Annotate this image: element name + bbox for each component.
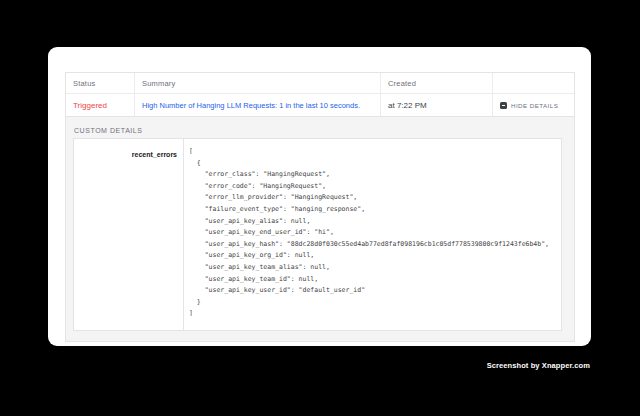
column-header-created: Created [381,73,493,93]
hide-details-button[interactable]: HIDE DETAILS [500,102,558,109]
expanded-details-panel: CUSTOM DETAILS recent_errors [ { "error_… [66,117,574,341]
created-timestamp: at 7:22 PM [388,101,427,110]
recent-errors-json: [ { "error_class": "HangingRequest", "er… [189,146,561,320]
column-header-summary: Summary [135,73,381,93]
summary-cell: High Number of Hanging LLM Requests: 1 i… [135,94,381,116]
status-badge: Triggered [73,101,107,110]
table-header-row: Status Summary Created [66,73,574,94]
custom-details-box: recent_errors [ { "error_class": "Hangin… [73,138,562,331]
status-cell: Triggered [66,94,135,116]
table-row: Triggered High Number of Hanging LLM Req… [66,94,574,117]
actions-cell: HIDE DETAILS [493,94,574,116]
alerts-table: Status Summary Created Triggered High Nu… [65,72,575,342]
alert-details-card: Status Summary Created Triggered High Nu… [48,47,591,346]
details-key-recent-errors: recent_errors [132,151,177,158]
alert-summary-link[interactable]: High Number of Hanging LLM Requests: 1 i… [142,101,360,110]
details-key-column: recent_errors [74,139,184,330]
minus-square-icon [500,102,507,109]
column-header-actions [493,73,574,93]
xnapper-watermark: Screenshot by Xnapper.com [487,361,590,370]
column-header-status: Status [66,73,135,93]
custom-details-heading: CUSTOM DETAILS [73,127,562,134]
details-value-column: [ { "error_class": "HangingRequest", "er… [184,139,561,330]
hide-details-label: HIDE DETAILS [511,102,558,109]
created-cell: at 7:22 PM [381,94,493,116]
